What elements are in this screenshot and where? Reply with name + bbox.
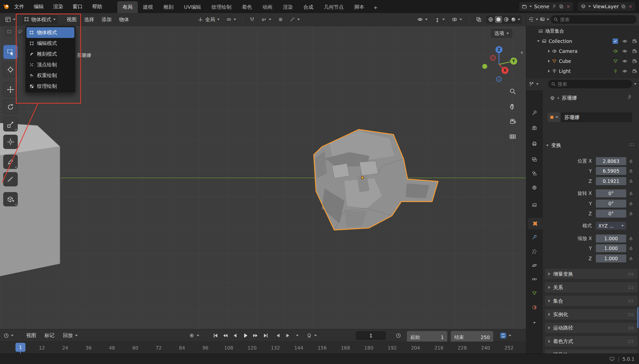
properties-search-input[interactable] [558,81,582,87]
scale-x-field[interactable]: 1.000 [596,234,626,242]
blender-logo-icon[interactable] [3,3,10,10]
location-x-field[interactable]: 2.8063 [596,157,626,165]
mode-item-sculpt[interactable]: 雕刻模式 [27,49,74,60]
pin-id-icon[interactable] [627,94,632,100]
pan-hand-button[interactable] [508,102,517,111]
keying-set-button[interactable] [307,329,317,342]
gizmo-minus-z[interactable] [496,76,501,82]
tab-tool[interactable] [526,107,543,119]
render-visibility-icon[interactable] [631,38,637,44]
frame-back-button[interactable] [273,329,283,342]
tab-view-layer[interactable] [526,154,543,165]
hide-eye-icon[interactable] [622,58,627,64]
scene-icon[interactable] [522,4,527,9]
hide-eye-icon[interactable] [622,48,627,54]
mode-item-texture-paint[interactable]: 纹理绘制 [27,81,74,92]
timeline-menu-view[interactable]: 视图 [26,329,36,342]
proportional-edit-button[interactable] [275,15,286,24]
lock-icon[interactable] [629,191,633,195]
properties-scrollbar-thumb[interactable] [637,307,638,328]
section-drag-handle[interactable] [628,300,634,303]
rotation-z-field[interactable]: 0° [596,210,626,218]
delete-viewlayer-icon[interactable] [628,4,633,9]
outliner-filter-icon[interactable] [540,17,545,22]
menu-render[interactable]: 渲染 [49,0,68,13]
scale-z-field[interactable]: 1.000 [596,254,626,262]
tool-select-box[interactable] [3,45,18,59]
3d-viewport[interactable]: 苏珊娜 选项 Z Y X [0,26,526,329]
render-visibility-icon[interactable] [631,68,637,74]
menu-window[interactable]: 窗口 [68,0,87,13]
snap-toggle-button[interactable] [247,15,257,24]
current-frame-input[interactable] [356,331,386,340]
playback-menu[interactable]: 回放 [63,329,78,342]
tab-modifiers[interactable] [526,232,543,243]
section-shading[interactable]: 着色方式 [545,336,638,347]
prev-keyframe-button[interactable] [221,329,230,342]
mesh-data-icon[interactable] [613,59,618,64]
expand-chevron[interactable] [548,50,550,53]
menu-add[interactable]: 添加 [98,16,115,23]
menu-edit[interactable]: 编辑 [29,0,49,13]
location-y-field[interactable]: 6.5905 [596,167,626,175]
overlays-dropdown-button[interactable] [449,15,464,24]
light-data-icon[interactable] [613,68,618,74]
workspace-tab-geonodes[interactable]: 几何节点 [319,1,349,13]
section-collections[interactable]: 集合 [545,296,638,306]
camera-data-icon[interactable] [613,49,618,54]
delete-scene-icon[interactable] [566,4,571,9]
tab-particles[interactable] [526,246,543,257]
properties-editor-chevron[interactable] [536,83,539,85]
mode-item-vertex-paint[interactable]: 顶点绘制 [27,60,74,70]
next-keyframe-button[interactable] [251,329,260,342]
transform-drag-handle[interactable] [629,143,635,146]
object-name-field[interactable]: 苏珊娜 [561,112,632,122]
gizmo-minus-x[interactable] [490,56,495,60]
tool-measure[interactable] [3,172,18,186]
transform-orientation-button[interactable]: 全局 [195,15,222,24]
tab-scene[interactable] [526,168,543,179]
transform-section-header[interactable]: 变换 [546,142,561,149]
lock-icon[interactable] [629,236,633,240]
play-button[interactable] [241,329,250,342]
gizmos-dropdown-button[interactable] [432,15,447,24]
tool-rotate[interactable] [3,100,18,114]
tab-collection[interactable] [526,199,543,211]
tool-cursor[interactable] [3,62,18,76]
properties-editor-icon[interactable] [529,81,534,87]
viewlayer-name[interactable]: ViewLayer [593,4,619,10]
tab-object-data[interactable] [526,288,543,299]
workspace-tab-rendering[interactable]: 渲染 [278,1,298,13]
toggle-grid-button[interactable] [508,132,517,141]
location-z-field[interactable]: 0.1921 [596,177,626,185]
new-scene-icon[interactable] [559,4,564,9]
viewlayer-icon[interactable] [580,4,586,9]
render-visibility-icon[interactable] [631,48,637,54]
workspace-tab-shading[interactable]: 着色 [237,1,257,13]
tab-output[interactable] [526,138,543,150]
rotation-mode-select[interactable]: XYZ ... [596,222,626,230]
proportional-falloff-button[interactable] [287,15,302,24]
section-drag-handle[interactable] [628,326,634,330]
menu-help[interactable]: 帮助 [87,0,107,13]
mode-item-edit[interactable]: 编辑模式 [27,38,74,49]
filter-chevron[interactable] [547,19,549,20]
display-mode-chevron[interactable] [536,19,538,20]
snap-pivot-button[interactable] [224,15,239,24]
workspace-tab-animation[interactable]: 动画 [257,1,278,13]
play-reverse-button[interactable] [231,329,240,342]
xray-toggle-button[interactable] [473,15,484,24]
auto-keyframe-button[interactable] [189,329,199,342]
expand-chevron[interactable] [548,60,550,62]
outliner-row-cube[interactable]: Cube [526,56,639,66]
zoom-button[interactable] [508,87,517,96]
select-lasso-icon[interactable] [16,28,25,36]
section-drag-handle[interactable] [628,340,634,343]
mode-item-object[interactable]: 物体模式 [27,27,74,38]
object-id-selector[interactable] [548,112,560,122]
section-drag-handle[interactable] [628,272,634,276]
tab-strip-scroll-chevron[interactable] [526,317,543,328]
menu-file[interactable]: 文件 [10,0,29,13]
lock-icon[interactable] [629,256,633,260]
breadcrumb-object-name[interactable]: 苏珊娜 [562,94,577,101]
